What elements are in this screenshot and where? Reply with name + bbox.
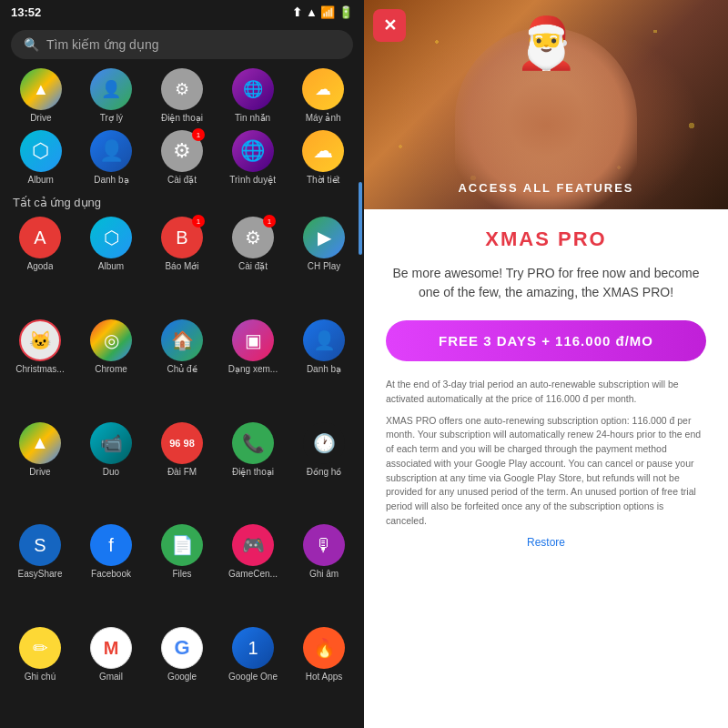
quick-apps-row: ▲ Drive 👤 Trợ lý ⚙ Điện thoại 🌐 Tin nhắn… bbox=[0, 65, 364, 126]
promo-content: XMAS PRO Be more awesome! Try PRO for fr… bbox=[364, 209, 728, 728]
app-item-agoda[interactable]: AAgoda bbox=[7, 217, 73, 314]
quick-app-messages[interactable]: 🌐 Tin nhắn bbox=[219, 68, 287, 123]
status-icon: ⬆ ▲ 📶 🔋 bbox=[292, 5, 353, 19]
messages-icon: 🌐 bbox=[232, 68, 274, 110]
app-item-hot-apps[interactable]: 🔥Hot Apps bbox=[291, 627, 357, 724]
app-icon-4: ▶ bbox=[303, 217, 345, 258]
app-item-cài-đặt[interactable]: ⚙1Cài đặt bbox=[220, 217, 286, 314]
search-icon: 🔍 bbox=[24, 37, 39, 52]
xmas-highlight: PRO bbox=[558, 228, 607, 250]
quick-assistant-label: Trợ lý bbox=[100, 113, 123, 123]
app-label-14: Đồng hồ bbox=[307, 467, 342, 477]
app-icon-15: S bbox=[19, 524, 61, 566]
app-item-drive[interactable]: ▲Drive bbox=[7, 422, 73, 520]
app-label-2: Báo Mới bbox=[165, 261, 198, 271]
danba-label: Danh bạ bbox=[94, 175, 128, 185]
app-item-christmas...[interactable]: 🐱Christmas... bbox=[7, 319, 73, 417]
restore-link[interactable]: Restore bbox=[386, 536, 706, 549]
quick-app-assistant[interactable]: 👤 Trợ lý bbox=[78, 68, 146, 123]
app-item-google-one[interactable]: 1Google One bbox=[220, 627, 286, 724]
app-label-21: Gmail bbox=[99, 672, 123, 682]
app-label-6: Chrome bbox=[95, 364, 127, 374]
thoitiet-icon: ☁ bbox=[302, 130, 344, 172]
drive-icon: ▲ bbox=[20, 68, 62, 110]
app-icon-3: ⚙1 bbox=[232, 217, 274, 258]
trinhduyet-label: Trình duyệt bbox=[229, 175, 276, 185]
quick-app-camera[interactable]: ☁ Máy ảnh bbox=[289, 68, 357, 123]
quick-app-caidat[interactable]: ⚙1 Cài đặt bbox=[148, 130, 216, 185]
app-label-10: Drive bbox=[29, 467, 50, 477]
app-item-chủ-đề[interactable]: 🏠Chủ đề bbox=[149, 319, 215, 417]
status-time: 13:52 bbox=[11, 5, 41, 19]
app-item-files[interactable]: 📄Files bbox=[149, 524, 215, 622]
app-item-gamecen...[interactable]: 🎮GameCen... bbox=[220, 524, 286, 622]
app-label-23: Google One bbox=[228, 672, 278, 682]
app-icon-13: 📞 bbox=[232, 422, 274, 464]
app-label-3: Cài đặt bbox=[238, 261, 268, 271]
app-item-đồng-hồ[interactable]: 🕐Đồng hồ bbox=[291, 422, 357, 520]
caidat-icon: ⚙1 bbox=[161, 130, 203, 172]
app-item-google[interactable]: GGoogle bbox=[149, 627, 215, 724]
app-item-facebook[interactable]: fFacebook bbox=[78, 524, 144, 622]
app-item-chrome[interactable]: ◎Chrome bbox=[78, 319, 144, 417]
app-label-13: Điện thoại bbox=[232, 467, 274, 477]
quick-app-drive[interactable]: ▲ Drive bbox=[7, 68, 75, 123]
caidat-label: Cài đặt bbox=[167, 175, 197, 185]
thoitiet-label: Thời tiết bbox=[307, 175, 339, 185]
app-item-đài-fm[interactable]: 96 98Đài FM bbox=[149, 422, 215, 520]
app-item-báo-mới[interactable]: B1Báo Mới bbox=[149, 217, 215, 314]
quick-app-trinhduyet[interactable]: 🌐 Trình duyệt bbox=[219, 130, 287, 185]
app-icon-20: ✏ bbox=[19, 627, 61, 669]
app-item-album[interactable]: ⬡Album bbox=[78, 217, 144, 314]
search-bar[interactable]: 🔍 Tìm kiếm ứng dụng bbox=[11, 30, 353, 59]
app-item-ch-play[interactable]: ▶CH Play bbox=[291, 217, 357, 314]
app-icon-18: 🎮 bbox=[232, 524, 274, 566]
app-icon-11: 📹 bbox=[90, 422, 132, 464]
app-label-9: Danh bạ bbox=[307, 364, 341, 374]
promo-overlay-text: ACCESS ALL FEATURES bbox=[364, 181, 728, 195]
quick-app-thoitiet[interactable]: ☁ Thời tiết bbox=[289, 130, 357, 185]
right-panel: 🎅 ✕ ACCESS ALL FEATURES XMAS PRO Be more… bbox=[364, 0, 728, 728]
fine-print-1: At the end of 3-day trial period an auto… bbox=[386, 378, 706, 407]
app-icon-17: 📄 bbox=[161, 524, 203, 566]
app-item-gmail[interactable]: MGmail bbox=[78, 627, 144, 724]
quick-messages-label: Tin nhắn bbox=[235, 113, 270, 123]
app-icon-10: ▲ bbox=[19, 422, 61, 464]
app-item-ghi-âm[interactable]: 🎙Ghi âm bbox=[291, 524, 357, 622]
close-icon: ✕ bbox=[383, 15, 397, 35]
app-label-1: Album bbox=[98, 261, 124, 271]
quick-apps-row2: ⬡ Album 👤 Danh bạ ⚙1 Cài đặt 🌐 Trình duy… bbox=[0, 126, 364, 188]
app-icon-6: ◎ bbox=[90, 319, 132, 361]
section-title: Tất cả ứng dụng bbox=[0, 188, 364, 213]
cta-button[interactable]: FREE 3 DAYS + 116.000 đ/MO bbox=[386, 320, 706, 361]
app-item-easyshare[interactable]: SEasyShare bbox=[7, 524, 73, 622]
app-item-điện-thoại[interactable]: 📞Điện thoại bbox=[220, 422, 286, 520]
app-label-4: CH Play bbox=[308, 261, 341, 271]
app-icon-2: B1 bbox=[161, 217, 203, 258]
app-label-18: GameCen... bbox=[228, 569, 278, 579]
app-icon-19: 🎙 bbox=[303, 524, 345, 566]
app-label-7: Chủ đề bbox=[167, 364, 197, 374]
app-icon-14: 🕐 bbox=[303, 422, 345, 464]
christmas-hat: 🎅 bbox=[515, 14, 578, 73]
app-icon-22: G bbox=[161, 627, 203, 669]
app-label-15: EasyShare bbox=[18, 569, 63, 579]
app-item-danh-bạ[interactable]: 👤Danh bạ bbox=[291, 319, 357, 417]
album-icon: ⬡ bbox=[20, 130, 62, 172]
quick-app-danba[interactable]: 👤 Danh bạ bbox=[78, 130, 146, 185]
all-apps-grid: AAgoda⬡AlbumB1Báo Mới⚙1Cài đặt▶CH Play🐱C… bbox=[0, 213, 364, 728]
quick-app-album[interactable]: ⬡ Album bbox=[7, 130, 75, 185]
close-button[interactable]: ✕ bbox=[373, 9, 406, 42]
scroll-indicator[interactable] bbox=[359, 182, 362, 255]
app-label-17: Files bbox=[172, 569, 191, 579]
quick-app-phone[interactable]: ⚙ Điện thoại bbox=[148, 68, 216, 123]
app-item-dạng-xem...[interactable]: ▣Dạng xem... bbox=[220, 319, 286, 417]
xmas-plain: XMAS bbox=[485, 228, 558, 250]
app-item-ghi-chú[interactable]: ✏Ghi chú bbox=[7, 627, 73, 724]
phone-icon: ⚙ bbox=[161, 68, 203, 110]
app-label-0: Agoda bbox=[27, 261, 54, 271]
quick-drive-label: Drive bbox=[30, 113, 51, 123]
app-item-duo[interactable]: 📹Duo bbox=[78, 422, 144, 520]
fine-print-2: XMAS PRO offers one auto-renewing subscr… bbox=[386, 414, 706, 529]
app-icon-21: M bbox=[90, 627, 132, 669]
